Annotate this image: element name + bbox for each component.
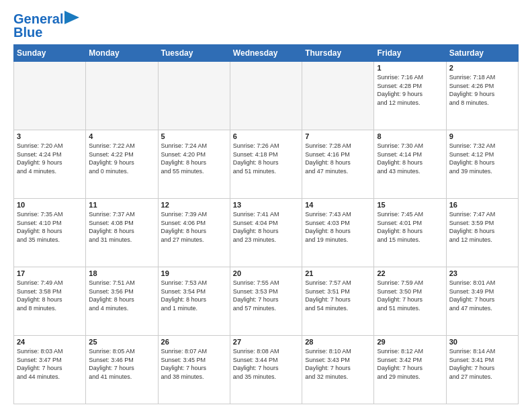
day-number: 13	[233, 201, 299, 209]
day-number: 14	[305, 201, 371, 209]
day-number: 27	[233, 338, 299, 346]
day-info: Sunrise: 8:07 AM Sunset: 3:45 PM Dayligh…	[161, 347, 227, 381]
calendar-cell: 14Sunrise: 7:43 AM Sunset: 4:03 PM Dayli…	[302, 199, 374, 267]
calendar-cell: 30Sunrise: 8:14 AM Sunset: 3:41 PM Dayli…	[446, 336, 518, 404]
day-number: 23	[449, 269, 515, 277]
day-info: Sunrise: 8:12 AM Sunset: 3:42 PM Dayligh…	[377, 347, 443, 381]
day-info: Sunrise: 7:45 AM Sunset: 4:01 PM Dayligh…	[377, 210, 443, 244]
calendar-cell: 5Sunrise: 7:24 AM Sunset: 4:20 PM Daylig…	[158, 130, 230, 199]
logo-blue: Blue	[13, 26, 42, 39]
day-number: 15	[377, 201, 443, 209]
calendar-cell: 10Sunrise: 7:35 AM Sunset: 4:10 PM Dayli…	[14, 199, 86, 267]
calendar-cell	[158, 62, 230, 130]
header-day-friday: Friday	[374, 45, 446, 62]
header: General Blue	[13, 12, 519, 39]
calendar: SundayMondayTuesdayWednesdayThursdayFrid…	[13, 44, 519, 404]
day-number: 16	[449, 201, 515, 209]
day-info: Sunrise: 8:03 AM Sunset: 3:47 PM Dayligh…	[17, 347, 83, 381]
calendar-cell: 4Sunrise: 7:22 AM Sunset: 4:22 PM Daylig…	[86, 130, 158, 199]
day-number: 7	[305, 132, 371, 140]
logo-arrow-icon	[64, 11, 79, 24]
calendar-cell: 21Sunrise: 7:57 AM Sunset: 3:51 PM Dayli…	[302, 267, 374, 336]
calendar-table: SundayMondayTuesdayWednesdayThursdayFrid…	[13, 44, 519, 404]
day-number: 25	[89, 338, 154, 346]
week-row-4: 17Sunrise: 7:49 AM Sunset: 3:58 PM Dayli…	[14, 267, 519, 336]
day-number: 17	[17, 269, 83, 277]
day-number: 10	[17, 201, 83, 209]
day-info: Sunrise: 7:32 AM Sunset: 4:12 PM Dayligh…	[449, 142, 515, 175]
day-info: Sunrise: 7:16 AM Sunset: 4:28 PM Dayligh…	[377, 73, 443, 107]
calendar-cell: 1Sunrise: 7:16 AM Sunset: 4:28 PM Daylig…	[374, 62, 446, 130]
day-number: 20	[233, 269, 299, 277]
day-number: 5	[161, 132, 227, 140]
day-number: 4	[89, 132, 154, 140]
calendar-cell: 29Sunrise: 8:12 AM Sunset: 3:42 PM Dayli…	[374, 336, 446, 404]
week-row-1: 1Sunrise: 7:16 AM Sunset: 4:28 PM Daylig…	[14, 62, 519, 130]
day-info: Sunrise: 7:41 AM Sunset: 4:04 PM Dayligh…	[233, 210, 299, 244]
calendar-cell: 16Sunrise: 7:47 AM Sunset: 3:59 PM Dayli…	[446, 199, 518, 267]
day-number: 30	[449, 338, 515, 346]
day-number: 6	[233, 132, 299, 140]
calendar-cell: 26Sunrise: 8:07 AM Sunset: 3:45 PM Dayli…	[158, 336, 230, 404]
day-info: Sunrise: 7:47 AM Sunset: 3:59 PM Dayligh…	[449, 210, 515, 244]
day-number: 29	[377, 338, 443, 346]
week-row-3: 10Sunrise: 7:35 AM Sunset: 4:10 PM Dayli…	[14, 199, 519, 267]
svg-marker-0	[64, 11, 79, 24]
header-day-wednesday: Wednesday	[230, 45, 302, 62]
calendar-cell: 9Sunrise: 7:32 AM Sunset: 4:12 PM Daylig…	[446, 130, 518, 199]
day-info: Sunrise: 7:43 AM Sunset: 4:03 PM Dayligh…	[305, 210, 371, 244]
day-info: Sunrise: 7:26 AM Sunset: 4:18 PM Dayligh…	[233, 142, 299, 175]
calendar-cell: 6Sunrise: 7:26 AM Sunset: 4:18 PM Daylig…	[230, 130, 302, 199]
header-day-saturday: Saturday	[446, 45, 518, 62]
calendar-cell: 20Sunrise: 7:55 AM Sunset: 3:53 PM Dayli…	[230, 267, 302, 336]
calendar-cell: 2Sunrise: 7:18 AM Sunset: 4:26 PM Daylig…	[446, 62, 518, 130]
calendar-cell: 15Sunrise: 7:45 AM Sunset: 4:01 PM Dayli…	[374, 199, 446, 267]
day-info: Sunrise: 7:39 AM Sunset: 4:06 PM Dayligh…	[161, 210, 227, 244]
header-day-sunday: Sunday	[14, 45, 86, 62]
day-info: Sunrise: 7:59 AM Sunset: 3:50 PM Dayligh…	[377, 279, 443, 312]
logo-general: General	[13, 11, 63, 26]
day-info: Sunrise: 8:05 AM Sunset: 3:46 PM Dayligh…	[89, 347, 154, 381]
day-info: Sunrise: 7:30 AM Sunset: 4:14 PM Dayligh…	[377, 142, 443, 175]
header-day-thursday: Thursday	[302, 45, 374, 62]
day-number: 11	[89, 201, 154, 209]
calendar-cell: 27Sunrise: 8:08 AM Sunset: 3:44 PM Dayli…	[230, 336, 302, 404]
week-row-5: 24Sunrise: 8:03 AM Sunset: 3:47 PM Dayli…	[14, 336, 519, 404]
calendar-cell	[14, 62, 86, 130]
day-info: Sunrise: 7:18 AM Sunset: 4:26 PM Dayligh…	[449, 73, 515, 107]
calendar-cell	[230, 62, 302, 130]
calendar-cell	[86, 62, 158, 130]
calendar-cell: 19Sunrise: 7:53 AM Sunset: 3:54 PM Dayli…	[158, 267, 230, 336]
day-number: 26	[161, 338, 227, 346]
day-number: 2	[449, 64, 515, 72]
day-number: 24	[17, 338, 83, 346]
calendar-cell: 25Sunrise: 8:05 AM Sunset: 3:46 PM Dayli…	[86, 336, 158, 404]
day-number: 28	[305, 338, 371, 346]
header-day-tuesday: Tuesday	[158, 45, 230, 62]
day-number: 9	[449, 132, 515, 140]
day-info: Sunrise: 7:49 AM Sunset: 3:58 PM Dayligh…	[17, 279, 83, 312]
calendar-cell: 28Sunrise: 8:10 AM Sunset: 3:43 PM Dayli…	[302, 336, 374, 404]
calendar-cell: 8Sunrise: 7:30 AM Sunset: 4:14 PM Daylig…	[374, 130, 446, 199]
day-info: Sunrise: 7:53 AM Sunset: 3:54 PM Dayligh…	[161, 279, 227, 312]
logo: General Blue	[13, 12, 79, 39]
day-info: Sunrise: 7:20 AM Sunset: 4:24 PM Dayligh…	[17, 142, 83, 175]
day-info: Sunrise: 7:51 AM Sunset: 3:56 PM Dayligh…	[89, 279, 154, 312]
calendar-cell: 12Sunrise: 7:39 AM Sunset: 4:06 PM Dayli…	[158, 199, 230, 267]
calendar-cell	[302, 62, 374, 130]
calendar-cell: 7Sunrise: 7:28 AM Sunset: 4:16 PM Daylig…	[302, 130, 374, 199]
day-info: Sunrise: 7:37 AM Sunset: 4:08 PM Dayligh…	[89, 210, 154, 244]
day-info: Sunrise: 8:08 AM Sunset: 3:44 PM Dayligh…	[233, 347, 299, 381]
calendar-cell: 23Sunrise: 8:01 AM Sunset: 3:49 PM Dayli…	[446, 267, 518, 336]
calendar-cell: 11Sunrise: 7:37 AM Sunset: 4:08 PM Dayli…	[86, 199, 158, 267]
day-info: Sunrise: 7:28 AM Sunset: 4:16 PM Dayligh…	[305, 142, 371, 175]
day-number: 3	[17, 132, 83, 140]
day-number: 19	[161, 269, 227, 277]
day-number: 12	[161, 201, 227, 209]
day-number: 22	[377, 269, 443, 277]
day-info: Sunrise: 7:24 AM Sunset: 4:20 PM Dayligh…	[161, 142, 227, 175]
calendar-cell: 3Sunrise: 7:20 AM Sunset: 4:24 PM Daylig…	[14, 130, 86, 199]
calendar-cell: 24Sunrise: 8:03 AM Sunset: 3:47 PM Dayli…	[14, 336, 86, 404]
day-number: 8	[377, 132, 443, 140]
week-row-2: 3Sunrise: 7:20 AM Sunset: 4:24 PM Daylig…	[14, 130, 519, 199]
